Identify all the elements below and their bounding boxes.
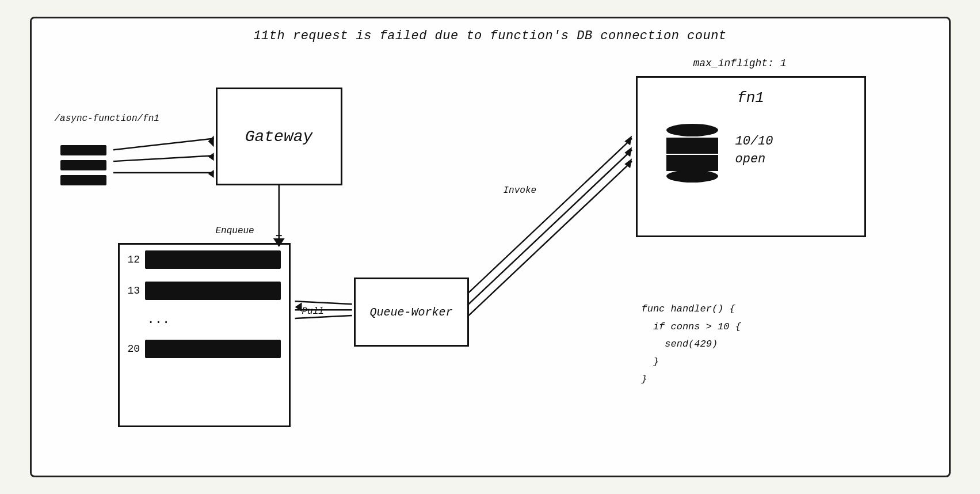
code-line-2: if conns > 10 { [642, 318, 741, 336]
svg-line-14 [468, 150, 632, 304]
max-inflight-label: max_inflight: 1 [693, 58, 787, 69]
db-body [666, 138, 718, 154]
queue-item-20: 20 [128, 340, 281, 358]
svg-line-10 [295, 301, 352, 304]
db-ellipse-bottom [666, 170, 718, 183]
svg-marker-5 [208, 170, 213, 178]
queue-num-13: 13 [128, 285, 145, 297]
queue-bar-13 [145, 282, 281, 300]
svg-marker-18 [624, 158, 632, 168]
req-bar-2 [60, 160, 106, 170]
svg-marker-12 [295, 302, 302, 311]
queue-bar-20 [145, 340, 281, 358]
gateway-label: Gateway [245, 128, 313, 146]
queue-worker-label: Queue-Worker [369, 306, 452, 319]
pull-label: Pull [302, 306, 324, 317]
queue-num-20: 20 [128, 343, 145, 355]
svg-marker-3 [208, 135, 213, 147]
code-block: func handler() { if conns > 10 { send(42… [642, 301, 741, 389]
db-body-2 [666, 155, 718, 171]
gateway-box: Gateway [216, 88, 342, 185]
db-status: open [735, 152, 773, 166]
svg-marker-4 [208, 153, 213, 161]
code-line-4: } [642, 354, 741, 371]
fn1-title: fn1 [655, 89, 847, 107]
queue-item-13: 13 [128, 282, 281, 300]
svg-line-0 [113, 138, 213, 150]
svg-line-1 [113, 155, 213, 161]
queue-dots: ... [147, 313, 281, 327]
req-bar-1 [60, 145, 106, 155]
queue-bar-12 [145, 250, 281, 269]
code-line-5: } [642, 371, 741, 389]
svg-line-15 [468, 161, 632, 316]
code-line-1: func handler() { [642, 301, 741, 318]
req-bar-3 [60, 175, 106, 185]
diagram-title: 11th request is failed due to function's… [32, 18, 949, 43]
invoke-label: Invoke [504, 185, 537, 196]
svg-marker-17 [624, 147, 632, 157]
svg-line-13 [468, 138, 632, 292]
queue-num-12: 12 [128, 254, 145, 265]
db-stats: 10/10 [735, 134, 773, 149]
enqueue-label: Enqueue [216, 226, 254, 236]
queue-item-12: 12 [128, 250, 281, 269]
svg-marker-16 [624, 135, 632, 145]
diagram-container: 11th request is failed due to function's… [30, 17, 951, 477]
code-line-3: send(429) [642, 336, 741, 354]
queue-box: 12 13 ... 20 [118, 243, 291, 427]
queue-worker-box: Queue-Worker [354, 278, 469, 347]
db-icon [666, 124, 718, 183]
request-stack [60, 145, 106, 185]
fn1-box: fn1 10/10 open [636, 76, 866, 237]
db-ellipse-top [666, 124, 718, 136]
incoming-path-label: /async-function/fn1 [55, 113, 159, 124]
